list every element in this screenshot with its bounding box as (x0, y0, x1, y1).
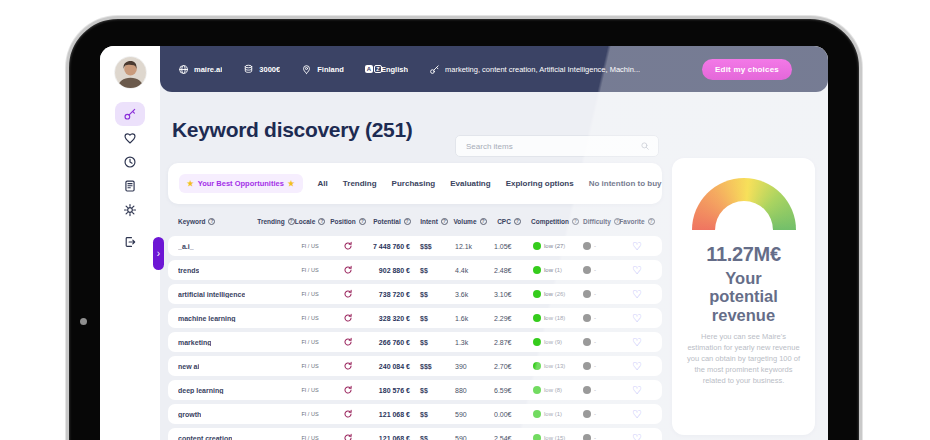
app-screen: maire.ai3000€FinlandAZEnglishmarketing, … (100, 46, 828, 440)
column-header-keyword[interactable]: Keyword? (178, 218, 262, 225)
column-header-intent[interactable]: Intent? (418, 218, 450, 225)
keyword-row[interactable]: content creationFI / US121 068 €$$5902.5… (168, 428, 662, 440)
volume-cell: 1.3k (450, 339, 490, 346)
refresh-position-icon[interactable] (343, 289, 353, 299)
refresh-position-icon[interactable] (343, 409, 353, 419)
intent-text: $$ (420, 387, 428, 394)
competition-text: low (1) (544, 411, 562, 417)
competition-dot (533, 242, 541, 250)
intent-text: $$$ (420, 363, 432, 370)
column-header-cpc[interactable]: CPC? (490, 218, 528, 225)
filter-tab-trending[interactable]: Trending (343, 179, 377, 188)
column-header-favorite[interactable]: Favorite? (622, 218, 652, 225)
help-icon[interactable]: ? (208, 218, 215, 225)
filter-tab-evaluating[interactable]: Evaluating (450, 179, 490, 188)
topbar-item-keywords[interactable]: marketing, content creation, Artificial … (429, 64, 640, 75)
sidebar-item-reports[interactable] (115, 174, 145, 198)
locale-text: FI / US (301, 243, 318, 249)
column-label: Keyword (178, 218, 205, 225)
favorite-heart-icon[interactable]: ♡ (632, 289, 642, 300)
competition-cell: low (1) (528, 266, 582, 274)
intent-cell: $$ (418, 435, 450, 440)
filter-tab-all[interactable]: All (318, 179, 328, 188)
page-background: { "topbar": { "items": [ {"icon": "globe… (0, 0, 930, 440)
sidebar-item-history[interactable] (115, 150, 145, 174)
help-icon[interactable]: ? (441, 218, 448, 225)
refresh-position-icon[interactable] (343, 265, 353, 275)
refresh-position-icon[interactable] (343, 433, 353, 440)
keyword-row[interactable]: new aiFI / US240 084 €$$$3902.70€low (13… (168, 356, 662, 376)
keyword-row[interactable]: marketingFI / US266 760 €$$1.3k2.87€low … (168, 332, 662, 352)
table-header: Keyword?Trending?Locale?Position?Potenti… (168, 213, 662, 229)
favorite-heart-icon[interactable]: ♡ (632, 241, 642, 252)
refresh-position-icon[interactable] (343, 337, 353, 347)
filter-tab-exploring-options[interactable]: Exploring options (506, 179, 574, 188)
volume-text: 590 (455, 435, 467, 440)
favorite-heart-icon[interactable]: ♡ (632, 265, 642, 276)
favorite-heart-icon[interactable]: ♡ (632, 361, 642, 372)
filter-tab-purchasing[interactable]: Purchasing (392, 179, 436, 188)
sidebar-item-logout[interactable] (115, 230, 145, 254)
topbar-item-country[interactable]: Finland (301, 64, 344, 75)
sidebar-item-keyword-discovery[interactable] (115, 102, 145, 126)
help-icon[interactable]: ? (572, 218, 579, 225)
keyword-cell: marketing (178, 339, 262, 346)
help-icon[interactable]: ? (480, 218, 487, 225)
competition-text: low (26) (544, 291, 565, 297)
revenue-heading: Your potential revenue (672, 269, 815, 324)
help-icon[interactable]: ? (514, 218, 521, 225)
refresh-position-icon[interactable] (343, 361, 353, 371)
intent-cell: $$ (418, 291, 450, 298)
keyword-row[interactable]: artificial intelligenceFI / US738 720 €$… (168, 284, 662, 304)
refresh-position-icon[interactable] (343, 241, 353, 251)
column-header-trending[interactable]: Trending? (262, 218, 290, 225)
help-icon[interactable]: ? (359, 218, 366, 225)
locale-cell: FI / US (290, 267, 330, 273)
keyword-row[interactable]: trendsFI / US902 880 €$$4.4k2.48€low (1)… (168, 260, 662, 280)
locale-cell: FI / US (290, 243, 330, 249)
keyword-row[interactable]: deep learningFI / US180 576 €$$8806.59€l… (168, 380, 662, 400)
refresh-position-icon[interactable] (343, 313, 353, 323)
potential-cell: 121 068 € (366, 435, 418, 440)
sidebar-item-settings[interactable] (115, 198, 145, 222)
sidebar-expand-handle[interactable]: › (153, 237, 164, 270)
keyword-row[interactable]: growthFI / US121 068 €$$5900.00€low (1)-… (168, 404, 662, 424)
topbar-item-budget[interactable]: 3000€ (243, 64, 280, 75)
position-cell (330, 241, 366, 251)
favorite-heart-icon[interactable]: ♡ (632, 433, 642, 440)
favorite-heart-icon[interactable]: ♡ (632, 409, 642, 420)
topbar-item-site[interactable]: maire.ai (178, 64, 222, 75)
difficulty-dot (583, 314, 591, 322)
column-header-locale[interactable]: Locale? (290, 218, 330, 225)
keyword-row[interactable]: machine learningFI / US328 320 €$$1.6k2.… (168, 308, 662, 328)
keyword-row[interactable]: _a.i_FI / US7 448 760 €$$$12.1k1.05€low … (168, 236, 662, 256)
cpc-cell: 2.87€ (490, 339, 528, 346)
difficulty-dot (583, 266, 591, 274)
topbar-item-language[interactable]: AZEnglish (365, 64, 408, 75)
column-header-potential[interactable]: Potential? (366, 218, 418, 225)
edit-my-choices-button[interactable]: Edit my choices (702, 59, 792, 80)
favorite-cell: ♡ (622, 289, 652, 300)
globe-icon (178, 64, 189, 75)
help-icon[interactable]: ? (648, 218, 655, 225)
avatar[interactable] (114, 56, 147, 89)
search-icon (640, 141, 650, 151)
intent-cell: $$$ (418, 363, 450, 370)
keyword-cell: growth (178, 411, 262, 418)
column-header-volume[interactable]: Volume? (450, 218, 490, 225)
refresh-position-icon[interactable] (343, 385, 353, 395)
favorite-heart-icon[interactable]: ♡ (632, 385, 642, 396)
sidebar-item-favorites[interactable] (115, 126, 145, 150)
favorite-heart-icon[interactable]: ♡ (632, 337, 642, 348)
help-icon[interactable]: ? (404, 218, 411, 225)
favorite-heart-icon[interactable]: ♡ (632, 313, 642, 324)
search-input[interactable] (464, 141, 640, 152)
column-header-competition[interactable]: Competition? (528, 218, 582, 225)
keyword-text: marketing (178, 339, 211, 346)
filter-best-opportunities[interactable]: ★ Your Best Opportunities ★ (179, 174, 303, 193)
help-icon[interactable]: ? (318, 218, 325, 225)
filter-tab-no-intention-to-buy[interactable]: No intention to buy (589, 179, 662, 188)
column-header-position[interactable]: Position? (330, 218, 366, 225)
cpc-text: 1.05€ (494, 243, 512, 250)
column-header-difficulty[interactable]: Difficulty? (582, 218, 622, 225)
